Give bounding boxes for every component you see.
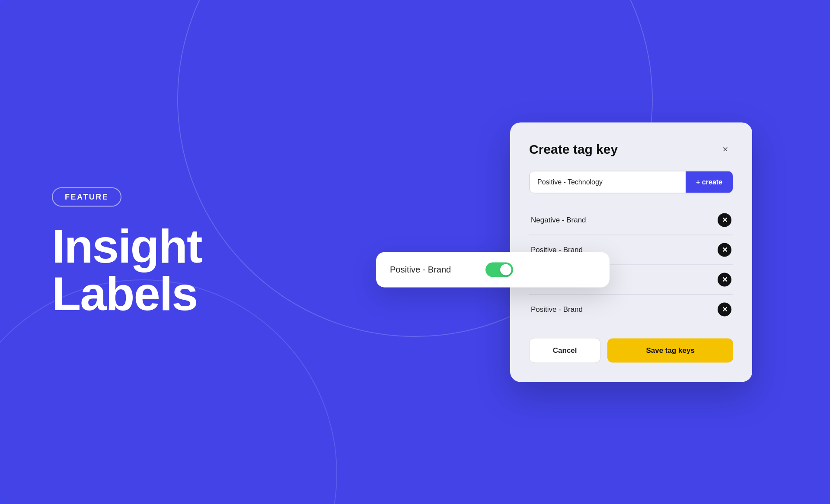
tag-delete-button[interactable]: ✕ xyxy=(718,243,731,257)
tooltip-card: Positive - Brand xyxy=(376,252,610,287)
tag-delete-button[interactable]: ✕ xyxy=(718,213,731,227)
tag-label: Positive - Brand xyxy=(531,305,583,314)
main-title: Insight Labels xyxy=(52,222,202,317)
tooltip-label: Positive - Brand xyxy=(390,265,451,275)
tag-delete-button[interactable]: ✕ xyxy=(718,302,731,316)
modal-header: Create tag key × xyxy=(529,141,733,157)
create-button[interactable]: + create xyxy=(686,171,733,193)
cancel-button[interactable]: Cancel xyxy=(529,338,600,363)
left-panel: FEATURE Insight Labels xyxy=(52,187,202,317)
create-row: + create xyxy=(529,171,733,193)
main-background: FEATURE Insight Labels Positive - Brand … xyxy=(0,0,830,504)
tag-item: Positive - Brand ✕ xyxy=(529,295,733,324)
title-line1: Insight xyxy=(52,222,202,269)
toggle-switch[interactable] xyxy=(485,262,513,277)
modal-footer: Cancel Save tag keys xyxy=(529,338,733,363)
toggle-slider xyxy=(485,262,513,277)
title-line2: Labels xyxy=(52,269,202,317)
close-button[interactable]: × xyxy=(718,141,733,157)
modal-title: Create tag key xyxy=(529,142,618,156)
dialog-area: Positive - Brand Create tag key × + crea… xyxy=(510,122,752,382)
tag-delete-button[interactable]: ✕ xyxy=(718,273,731,286)
tag-label: Negative - Brand xyxy=(531,216,586,224)
feature-badge: FEATURE xyxy=(52,187,121,206)
tag-item: Negative - Brand ✕ xyxy=(529,205,733,235)
save-button[interactable]: Save tag keys xyxy=(607,338,733,362)
tag-key-input[interactable] xyxy=(530,171,686,193)
